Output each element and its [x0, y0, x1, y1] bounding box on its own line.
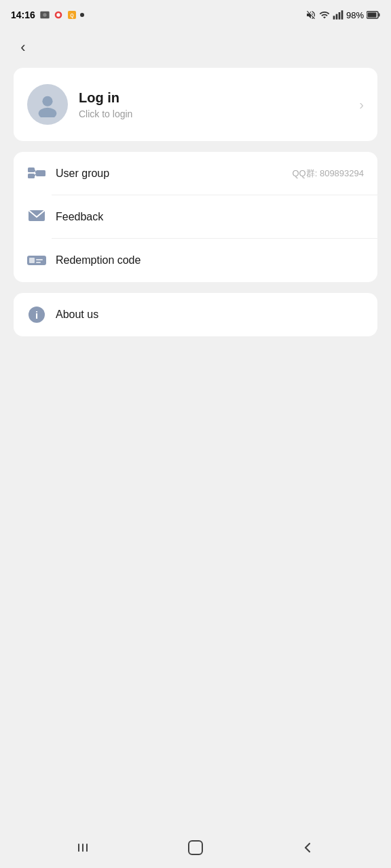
status-bar: 14:16 Q	[0, 0, 391, 27]
login-title: Log in	[79, 90, 132, 106]
time-display: 14:16	[11, 9, 35, 20]
status-time: 14:16 Q	[11, 9, 84, 20]
login-subtitle: Click to login	[79, 108, 132, 119]
about-svg: i	[28, 306, 45, 323]
avatar	[27, 84, 68, 125]
about-us-item[interactable]: i About us	[14, 293, 377, 336]
about-card[interactable]: i About us	[14, 293, 377, 336]
main-content: Log in Click to login › User group QQ群: …	[0, 68, 391, 827]
back-chevron-icon: ‹	[20, 40, 25, 55]
svg-rect-12	[368, 13, 377, 18]
menu-item-user-group[interactable]: User group QQ群: 809893294	[14, 152, 377, 195]
about-us-label: About us	[56, 309, 364, 321]
login-left-section: Log in Click to login	[27, 84, 132, 125]
user-group-meta: QQ群: 809893294	[292, 167, 364, 180]
status-icons: Q	[39, 9, 84, 20]
nav-bar	[0, 827, 391, 868]
svg-rect-31	[189, 841, 202, 854]
mute-icon	[305, 9, 316, 20]
menu-item-feedback[interactable]: Feedback	[14, 195, 377, 239]
system-back-button[interactable]	[294, 834, 321, 861]
login-card-inner[interactable]: Log in Click to login ›	[14, 68, 377, 141]
user-group-svg	[28, 166, 45, 181]
svg-text:i: i	[35, 309, 38, 321]
svg-point-14	[42, 96, 52, 106]
battery-icon	[367, 11, 380, 19]
back-button[interactable]: ‹	[11, 35, 35, 60]
redemption-code-label: Redemption code	[56, 254, 364, 267]
login-chevron-icon: ›	[359, 97, 364, 113]
svg-line-19	[35, 170, 36, 174]
recent-apps-icon	[75, 840, 92, 856]
svg-rect-8	[336, 14, 338, 20]
badge-icon: Q	[67, 9, 77, 20]
svg-point-15	[39, 108, 57, 117]
dot-icon	[80, 13, 84, 17]
svg-rect-17	[28, 174, 35, 178]
svg-rect-30	[86, 844, 88, 852]
status-right-icons: 98%	[305, 9, 380, 20]
user-group-icon	[27, 164, 46, 183]
svg-rect-16	[28, 167, 35, 172]
camera-icon	[53, 9, 64, 20]
back-bar: ‹	[0, 27, 391, 68]
svg-rect-23	[29, 258, 35, 263]
wifi-icon	[319, 9, 330, 20]
photo-icon	[39, 9, 50, 20]
svg-rect-24	[36, 259, 43, 260]
svg-rect-18	[36, 170, 45, 176]
home-button[interactable]	[182, 834, 209, 861]
feedback-svg	[28, 210, 45, 224]
svg-rect-9	[339, 12, 341, 20]
user-group-label: User group	[56, 167, 292, 180]
about-icon: i	[27, 305, 46, 324]
recent-apps-button[interactable]	[70, 834, 97, 861]
svg-rect-29	[82, 844, 83, 852]
system-back-icon	[299, 840, 316, 856]
svg-point-3	[56, 13, 60, 16]
redemption-code-icon	[27, 251, 46, 270]
svg-rect-10	[341, 10, 343, 19]
svg-line-20	[35, 174, 36, 176]
feedback-icon	[27, 208, 46, 226]
signal-icon	[333, 9, 343, 20]
svg-point-1	[43, 13, 46, 16]
menu-card: User group QQ群: 809893294 Feedback	[14, 152, 377, 282]
avatar-icon	[35, 92, 60, 117]
login-text: Log in Click to login	[79, 90, 132, 119]
svg-rect-7	[333, 16, 335, 19]
battery-level: 98%	[346, 10, 364, 20]
svg-rect-13	[379, 14, 380, 17]
feedback-label: Feedback	[56, 211, 364, 223]
redemption-svg	[27, 253, 46, 268]
svg-text:Q: Q	[70, 13, 73, 18]
svg-rect-28	[78, 844, 79, 852]
svg-rect-25	[36, 262, 41, 263]
home-icon	[187, 839, 204, 856]
menu-item-redemption-code[interactable]: Redemption code	[14, 239, 377, 282]
svg-point-6	[80, 13, 84, 17]
login-card[interactable]: Log in Click to login ›	[14, 68, 377, 141]
